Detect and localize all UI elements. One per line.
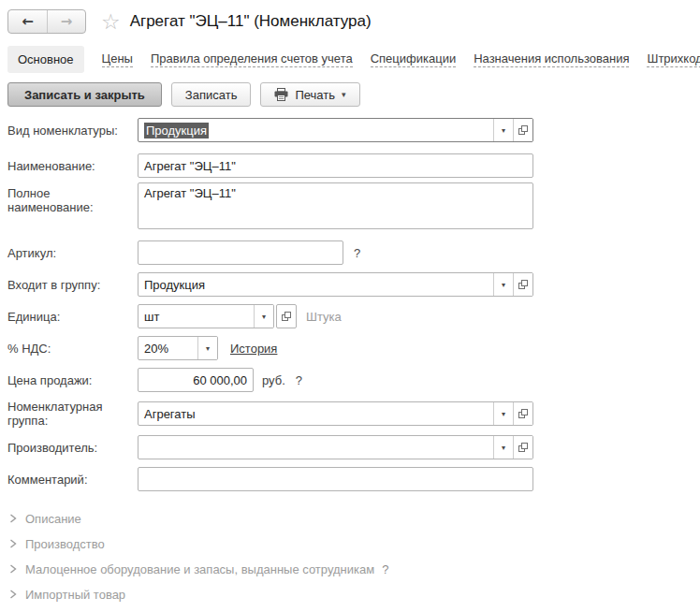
artikul-input[interactable] xyxy=(138,240,343,265)
field-label-polnoe-naimenovanie: Полное наименование: xyxy=(7,182,138,214)
unit-open-button[interactable] xyxy=(276,304,297,328)
group-dropdown-button[interactable]: ▾ xyxy=(493,273,513,296)
field-label-nds: % НДС: xyxy=(7,342,138,356)
field-label-proizvoditel: Производитель: xyxy=(7,441,138,455)
chevron-right-icon xyxy=(9,539,17,548)
field-label-edinitsa: Единица: xyxy=(7,310,138,324)
nds-field[interactable]: 20% ▾ xyxy=(138,336,218,360)
nom-group-open-button[interactable] xyxy=(513,402,532,425)
section-label: Малоценное оборудование и запасы, выданн… xyxy=(25,562,374,576)
window-header: ← → ☆ Агрегат "ЭЦ–11" (Номенклатура) xyxy=(0,0,700,36)
page-title: Агрегат "ЭЦ–11" (Номенклатура) xyxy=(130,12,372,31)
price-currency-suffix: руб. xyxy=(262,373,285,387)
chevron-right-icon xyxy=(9,514,17,523)
item-form: Вид номенклатуры: Продукция ▾ Наименован… xyxy=(0,118,700,491)
favorite-star-icon[interactable]: ☆ xyxy=(101,11,121,33)
save-and-close-button[interactable]: Записать и закрыть xyxy=(7,82,162,107)
section-proizvodstvo[interactable]: Производство xyxy=(9,532,700,556)
kommentariy-input[interactable] xyxy=(138,467,533,491)
manufacturer-open-button[interactable] xyxy=(513,436,532,459)
naimenovanie-input[interactable] xyxy=(138,153,533,178)
field-label-tsena-prodazhi: Цена продажи: xyxy=(7,373,138,387)
group-open-button[interactable] xyxy=(513,273,532,296)
tsena-prodazhi-input[interactable] xyxy=(138,368,254,392)
chevron-right-icon xyxy=(9,564,17,574)
manufacturer-value xyxy=(139,436,493,459)
tab-tseny[interactable]: Цены xyxy=(102,51,133,67)
print-button-label: Печать xyxy=(295,88,335,102)
open-in-window-icon xyxy=(281,311,292,322)
print-dropdown-caret-icon: ▾ xyxy=(342,90,346,99)
field-label-artikul: Артикул: xyxy=(7,246,138,260)
forward-button[interactable]: → xyxy=(47,10,85,33)
tab-naznacheniya[interactable]: Назначения использования xyxy=(474,51,629,67)
tab-bar: Основное Цены Правила определения счетов… xyxy=(0,44,700,74)
artikul-help-icon[interactable]: ? xyxy=(354,246,360,260)
group-value: Продукция xyxy=(139,273,493,296)
manufacturer-dropdown-button[interactable]: ▾ xyxy=(493,436,513,459)
back-button[interactable]: ← xyxy=(8,10,47,33)
open-in-window-icon xyxy=(518,124,529,136)
unit-dropdown-button[interactable]: ▾ xyxy=(254,305,273,328)
section-importnyy-tovar[interactable]: Импортный товар xyxy=(9,582,700,606)
field-label-vid-nomenklatury: Вид номенклатуры: xyxy=(7,124,138,138)
section-klassifikatsiya[interactable]: Классификация xyxy=(9,607,700,612)
open-in-window-icon xyxy=(518,279,529,290)
toolbar: Записать и закрыть Записать Печать ▾ xyxy=(0,82,700,107)
vat-value: 20% xyxy=(139,337,197,359)
field-label-vhodit-v-gruppu: Входит в группу: xyxy=(7,278,138,292)
vat-dropdown-button[interactable]: ▾ xyxy=(197,337,217,359)
field-label-naimenovanie: Наименование: xyxy=(7,159,138,173)
section-opisanie[interactable]: Описание xyxy=(9,506,700,531)
collapsible-sections: Описание Производство Малоценное оборудо… xyxy=(0,499,700,612)
vhodit-v-gruppu-field[interactable]: Продукция ▾ xyxy=(138,272,533,297)
section-label: Описание xyxy=(25,512,81,526)
proizvoditel-field[interactable]: ▾ xyxy=(138,435,533,459)
nom-group-value: Агрегаты xyxy=(139,402,493,425)
field-label-kommentariy: Комментарий: xyxy=(7,473,138,487)
vid-dropdown-button[interactable]: ▾ xyxy=(493,119,513,141)
tab-spetsifikatsii[interactable]: Спецификации xyxy=(371,51,457,67)
nav-button-group: ← → xyxy=(7,9,86,34)
section-label: Производство xyxy=(25,537,105,551)
print-button[interactable]: Печать ▾ xyxy=(260,82,359,107)
nom-group-dropdown-button[interactable]: ▾ xyxy=(493,402,513,425)
nomenklaturnaya-gruppa-field[interactable]: Агрегаты ▾ xyxy=(138,401,533,426)
printer-icon xyxy=(274,88,288,101)
tab-pravila-scheta[interactable]: Правила определения счетов учета xyxy=(151,51,353,67)
tab-osnovnoe[interactable]: Основное xyxy=(7,46,84,73)
chevron-right-icon xyxy=(9,590,17,599)
vat-history-link[interactable]: История xyxy=(230,342,277,356)
section-label: Импортный товар xyxy=(25,588,125,602)
price-help-icon[interactable]: ? xyxy=(296,373,302,387)
open-in-window-icon xyxy=(518,442,529,453)
unit-hint-text: Штука xyxy=(306,310,342,324)
section-malotsennoe-oborudovanie[interactable]: Малоценное оборудование и запасы, выданн… xyxy=(9,557,700,581)
tab-shtrihkody[interactable]: Штрихкоды xyxy=(647,51,700,67)
save-button[interactable]: Записать xyxy=(171,82,252,107)
vid-nomenklatury-field[interactable]: Продукция ▾ xyxy=(138,118,533,142)
open-in-window-icon xyxy=(518,408,529,419)
field-label-nomenklaturnaya-gruppa: Номенклатурная группа: xyxy=(7,400,138,428)
polnoe-naimenovanie-textarea[interactable]: Агрегат "ЭЦ–11" xyxy=(138,182,533,229)
vid-open-button[interactable] xyxy=(513,119,532,141)
unit-value: шт xyxy=(139,305,254,328)
section-help-icon[interactable]: ? xyxy=(382,562,388,576)
edinitsa-field[interactable]: шт ▾ xyxy=(138,304,274,328)
selected-text: Продукция xyxy=(144,123,209,138)
